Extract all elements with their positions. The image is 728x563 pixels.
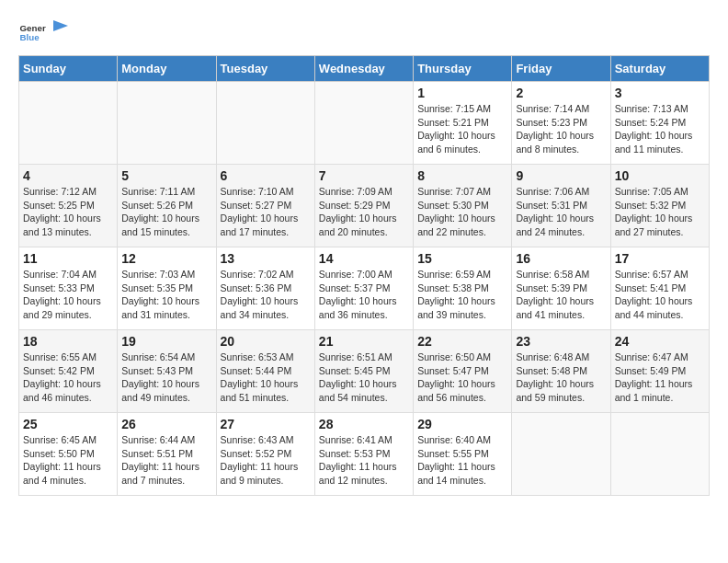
- day-number: 27: [221, 417, 311, 431]
- day-number: 22: [417, 334, 507, 349]
- day-number: 6: [221, 168, 311, 183]
- calendar-week-row: 25Sunrise: 6:45 AM Sunset: 5:50 PM Dayli…: [19, 413, 710, 496]
- calendar-week-row: 1Sunrise: 7:15 AM Sunset: 5:21 PM Daylig…: [19, 82, 710, 165]
- day-info: Sunrise: 7:02 AM Sunset: 5:36 PM Dayligh…: [221, 268, 311, 322]
- day-info: Sunrise: 6:48 AM Sunset: 5:48 PM Dayligh…: [516, 350, 606, 405]
- day-info: Sunrise: 6:55 AM Sunset: 5:42 PM Dayligh…: [23, 350, 113, 405]
- calendar-cell: 19Sunrise: 6:54 AM Sunset: 5:43 PM Dayli…: [118, 330, 216, 413]
- header-saturday: Saturday: [610, 56, 709, 82]
- day-info: Sunrise: 7:10 AM Sunset: 5:27 PM Dayligh…: [221, 185, 311, 239]
- day-number: 4: [23, 168, 113, 183]
- calendar-cell: [216, 82, 314, 165]
- day-info: Sunrise: 7:00 AM Sunset: 5:37 PM Dayligh…: [319, 268, 409, 322]
- flag-icon: [51, 18, 70, 37]
- calendar-cell: 24Sunrise: 6:47 AM Sunset: 5:49 PM Dayli…: [610, 330, 709, 413]
- calendar-cell: 12Sunrise: 7:03 AM Sunset: 5:35 PM Dayli…: [118, 247, 216, 330]
- day-info: Sunrise: 7:03 AM Sunset: 5:35 PM Dayligh…: [121, 268, 211, 322]
- calendar-cell: [118, 82, 216, 165]
- day-number: 24: [615, 334, 705, 349]
- day-info: Sunrise: 6:45 AM Sunset: 5:50 PM Dayligh…: [23, 433, 113, 488]
- day-info: Sunrise: 7:13 AM Sunset: 5:24 PM Dayligh…: [615, 102, 705, 156]
- calendar-week-row: 4Sunrise: 7:12 AM Sunset: 5:25 PM Daylig…: [19, 165, 710, 247]
- day-number: 3: [615, 86, 705, 100]
- calendar-cell: 4Sunrise: 7:12 AM Sunset: 5:25 PM Daylig…: [19, 165, 118, 247]
- header-monday: Monday: [118, 56, 216, 82]
- calendar-cell: 11Sunrise: 7:04 AM Sunset: 5:33 PM Dayli…: [19, 247, 118, 330]
- day-info: Sunrise: 6:59 AM Sunset: 5:38 PM Dayligh…: [417, 268, 507, 322]
- header-wednesday: Wednesday: [314, 56, 413, 82]
- day-number: 9: [516, 168, 606, 183]
- day-info: Sunrise: 6:50 AM Sunset: 5:47 PM Dayligh…: [417, 350, 507, 405]
- day-number: 23: [516, 334, 606, 349]
- day-info: Sunrise: 7:12 AM Sunset: 5:25 PM Dayligh…: [23, 185, 113, 239]
- calendar-cell: [512, 413, 610, 496]
- calendar-cell: 10Sunrise: 7:05 AM Sunset: 5:32 PM Dayli…: [610, 165, 709, 247]
- day-number: 20: [221, 334, 311, 349]
- calendar-cell: 21Sunrise: 6:51 AM Sunset: 5:45 PM Dayli…: [314, 330, 413, 413]
- day-number: 7: [319, 168, 409, 183]
- day-number: 28: [319, 417, 409, 431]
- calendar-cell: 29Sunrise: 6:40 AM Sunset: 5:55 PM Dayli…: [414, 413, 512, 496]
- calendar-cell: [19, 82, 118, 165]
- header-sunday: Sunday: [19, 56, 118, 82]
- calendar-header-row: SundayMondayTuesdayWednesdayThursdayFrid…: [19, 56, 710, 82]
- calendar-cell: 25Sunrise: 6:45 AM Sunset: 5:50 PM Dayli…: [19, 413, 118, 496]
- calendar-cell: 26Sunrise: 6:44 AM Sunset: 5:51 PM Dayli…: [118, 413, 216, 496]
- calendar-cell: 1Sunrise: 7:15 AM Sunset: 5:21 PM Daylig…: [414, 82, 512, 165]
- calendar-week-row: 11Sunrise: 7:04 AM Sunset: 5:33 PM Dayli…: [19, 247, 710, 330]
- day-info: Sunrise: 7:11 AM Sunset: 5:26 PM Dayligh…: [121, 185, 211, 239]
- day-number: 12: [121, 251, 211, 266]
- calendar-cell: 6Sunrise: 7:10 AM Sunset: 5:27 PM Daylig…: [216, 165, 314, 247]
- calendar-cell: [610, 413, 709, 496]
- svg-text:Blue: Blue: [20, 32, 40, 42]
- header-tuesday: Tuesday: [216, 56, 314, 82]
- page-header: General Blue: [18, 18, 710, 46]
- calendar-cell: 16Sunrise: 6:58 AM Sunset: 5:39 PM Dayli…: [512, 247, 610, 330]
- logo: General Blue: [18, 18, 70, 46]
- day-info: Sunrise: 7:05 AM Sunset: 5:32 PM Dayligh…: [615, 185, 705, 239]
- day-info: Sunrise: 7:15 AM Sunset: 5:21 PM Dayligh…: [417, 102, 507, 156]
- calendar-cell: 28Sunrise: 6:41 AM Sunset: 5:53 PM Dayli…: [314, 413, 413, 496]
- calendar-week-row: 18Sunrise: 6:55 AM Sunset: 5:42 PM Dayli…: [19, 330, 710, 413]
- day-number: 18: [23, 334, 113, 349]
- calendar-cell: 3Sunrise: 7:13 AM Sunset: 5:24 PM Daylig…: [610, 82, 709, 165]
- day-number: 21: [319, 334, 409, 349]
- day-info: Sunrise: 6:40 AM Sunset: 5:55 PM Dayligh…: [417, 433, 507, 488]
- day-info: Sunrise: 6:41 AM Sunset: 5:53 PM Dayligh…: [319, 433, 409, 488]
- day-info: Sunrise: 6:53 AM Sunset: 5:44 PM Dayligh…: [221, 350, 311, 405]
- calendar-cell: [314, 82, 413, 165]
- day-info: Sunrise: 6:57 AM Sunset: 5:41 PM Dayligh…: [615, 268, 705, 322]
- day-number: 8: [417, 168, 507, 183]
- calendar-body: 1Sunrise: 7:15 AM Sunset: 5:21 PM Daylig…: [19, 82, 710, 496]
- calendar-cell: 15Sunrise: 6:59 AM Sunset: 5:38 PM Dayli…: [414, 247, 512, 330]
- day-number: 13: [221, 251, 311, 266]
- day-info: Sunrise: 6:58 AM Sunset: 5:39 PM Dayligh…: [516, 268, 606, 322]
- calendar-cell: 20Sunrise: 6:53 AM Sunset: 5:44 PM Dayli…: [216, 330, 314, 413]
- calendar-cell: 22Sunrise: 6:50 AM Sunset: 5:47 PM Dayli…: [414, 330, 512, 413]
- day-info: Sunrise: 6:47 AM Sunset: 5:49 PM Dayligh…: [615, 350, 705, 405]
- day-info: Sunrise: 7:09 AM Sunset: 5:29 PM Dayligh…: [319, 185, 409, 239]
- calendar-cell: 23Sunrise: 6:48 AM Sunset: 5:48 PM Dayli…: [512, 330, 610, 413]
- day-number: 5: [121, 168, 211, 183]
- day-number: 10: [615, 168, 705, 183]
- day-number: 11: [23, 251, 113, 266]
- day-info: Sunrise: 7:04 AM Sunset: 5:33 PM Dayligh…: [23, 268, 113, 322]
- day-info: Sunrise: 6:54 AM Sunset: 5:43 PM Dayligh…: [121, 350, 211, 405]
- calendar-cell: 27Sunrise: 6:43 AM Sunset: 5:52 PM Dayli…: [216, 413, 314, 496]
- calendar-cell: 9Sunrise: 7:06 AM Sunset: 5:31 PM Daylig…: [512, 165, 610, 247]
- day-number: 15: [417, 251, 507, 266]
- svg-marker-4: [53, 20, 68, 31]
- calendar-cell: 5Sunrise: 7:11 AM Sunset: 5:26 PM Daylig…: [118, 165, 216, 247]
- day-info: Sunrise: 7:14 AM Sunset: 5:23 PM Dayligh…: [516, 102, 606, 156]
- day-number: 14: [319, 251, 409, 266]
- calendar-cell: 14Sunrise: 7:00 AM Sunset: 5:37 PM Dayli…: [314, 247, 413, 330]
- day-number: 29: [417, 417, 507, 431]
- day-number: 2: [516, 86, 606, 100]
- calendar-cell: 18Sunrise: 6:55 AM Sunset: 5:42 PM Dayli…: [19, 330, 118, 413]
- day-number: 26: [121, 417, 211, 431]
- calendar-cell: 7Sunrise: 7:09 AM Sunset: 5:29 PM Daylig…: [314, 165, 413, 247]
- day-number: 25: [23, 417, 113, 431]
- calendar-table: SundayMondayTuesdayWednesdayThursdayFrid…: [18, 55, 710, 496]
- day-info: Sunrise: 7:07 AM Sunset: 5:30 PM Dayligh…: [417, 185, 507, 239]
- day-info: Sunrise: 6:44 AM Sunset: 5:51 PM Dayligh…: [121, 433, 211, 488]
